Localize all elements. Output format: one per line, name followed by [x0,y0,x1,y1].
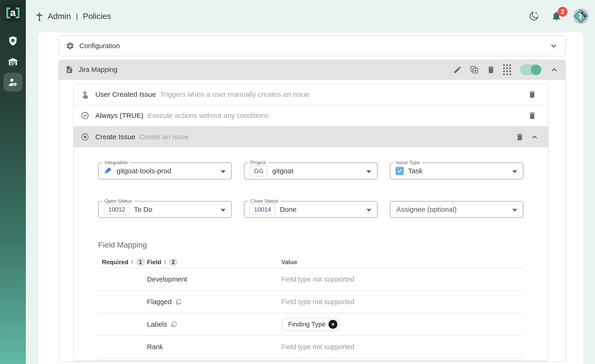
project-label: Project [248,160,268,165]
dark-mode-button[interactable] [529,11,540,21]
field-mapping-title: Field Mapping [98,241,548,250]
collapse-action-icon[interactable] [530,133,539,141]
logo-letter: a [10,8,15,18]
action-title: Create Issue [95,133,135,141]
required-sort-badge: 1 [136,258,145,266]
integration-select[interactable]: Integration gitgoat-tools-prod [98,163,232,179]
project-value: gitgoat [272,167,293,175]
header-required[interactable]: Required ↑ 1 [102,258,147,266]
field-name: Rank [147,343,163,351]
delete-action-icon[interactable] [515,133,524,141]
jira-icon [104,167,112,175]
warehouse-icon [7,56,18,67]
remove-label-button[interactable] [328,320,337,329]
sort-arrow-icon: ↑ [163,258,167,266]
field-mapping-header-row: Required ↑ 1 Field ↑ 2 Value [98,257,523,268]
drag-grid-icon[interactable] [503,64,511,75]
touch-icon [81,90,89,99]
sidebar-item-admin-active[interactable] [4,73,22,92]
field-name: Flagged [147,298,172,306]
notification-badge: 2 [558,7,567,17]
toggle-knob [531,65,541,75]
assignee-select[interactable]: Assignee (optional) [390,201,523,218]
top-right-actions: 2 [529,8,589,24]
copy-icon[interactable] [175,298,182,305]
gear-icon [66,42,74,50]
duplicate-icon[interactable] [470,65,479,74]
jira-mapping-body: User Created Issue Triggers when a user … [58,80,566,362]
radio-checked-icon [81,133,89,141]
assignee-placeholder: Assignee (optional) [396,206,457,214]
delete-condition-icon[interactable] [528,111,537,120]
app-logo[interactable]: a [4,4,21,21]
dropdown-caret-icon [220,209,226,212]
dropdown-caret-icon [366,209,371,212]
delete-trigger-icon[interactable] [528,90,537,99]
field-sort-badge: 2 [169,258,178,266]
table-row-flagged: Flagged Field type not supported [98,290,523,313]
label-chip: Finding Type [281,318,340,331]
sidebar-item-home[interactable] [4,31,22,50]
field-value: Field type not supported [281,275,523,283]
configuration-title: Configuration [79,42,120,50]
open-status-id-badge: 10012 [104,204,130,215]
logo-bracket-left [6,7,10,18]
open-status-select[interactable]: Open Status 10012 To Do [98,201,232,218]
open-status-value: To Do [134,206,152,214]
action-row[interactable]: Create Issue Create an issue [74,126,548,148]
integration-value: gitgoat-tools-prod [116,167,171,175]
create-issue-form: Integration gitgoat-tools-prod Project [98,163,523,218]
chevron-down-icon[interactable] [549,41,558,50]
trigger-description: Triggers when a user manually creates an… [160,90,309,98]
sort-arrow-icon: ↑ [131,258,134,266]
user-gear-icon [7,77,18,88]
condition-title: Always (TRUE) [95,112,143,120]
enabled-toggle[interactable] [520,64,542,75]
label-chip-text: Finding Type [288,321,326,328]
close-status-select[interactable]: Close Status 10014 Done [244,201,378,218]
page-title: Policies [83,12,111,21]
edit-icon[interactable] [453,65,462,74]
field-mapping-table: Required ↑ 1 Field ↑ 2 Value [98,257,523,358]
configuration-card[interactable]: Configuration [58,35,566,56]
issue-type-select[interactable]: Issue Type Task [390,163,523,179]
table-row-development: Development Field type not supported [98,268,523,290]
sidebar-item-organization[interactable] [4,52,22,71]
breadcrumb-section[interactable]: Admin [48,12,71,21]
delete-icon[interactable] [487,65,496,74]
issue-type-label: Issue Type [394,160,422,165]
field-value: Field type not supported [281,343,523,351]
dropdown-caret-icon [512,170,517,173]
user-avatar[interactable] [573,8,589,24]
sidebar: a [0,0,26,364]
logo-bracket-right [16,7,20,18]
condition-row[interactable]: Always (TRUE) Execute actions without an… [74,105,548,126]
content-panel: Configuration Jira Mapping [38,32,583,364]
shield-home-icon [7,36,18,46]
open-status-label: Open Status [102,198,134,204]
notifications-button[interactable]: 2 [551,11,562,21]
route-icon [34,11,45,21]
action-description: Create an issue [139,133,189,141]
goat-logo-icon [573,8,589,24]
chevron-up-icon[interactable] [549,65,559,74]
main-area: Admin | Policies 2 [26,0,595,364]
header-value: Value [281,258,523,266]
project-select[interactable]: Project GG gitgoat [244,163,378,179]
project-key-badge: GG [250,166,268,176]
copy-icon[interactable] [170,321,177,328]
header-field[interactable]: Field ↑ 2 [147,258,281,266]
dropdown-caret-icon [220,170,226,173]
dropdown-caret-icon [366,170,371,173]
table-row-labels: Labels Finding Type [98,313,523,335]
jira-mapping-header[interactable]: Jira Mapping [58,59,566,80]
field-name: Labels [147,321,167,328]
breadcrumb-separator: | [76,12,78,21]
table-row-rank: Rank Field type not supported [98,335,523,358]
integration-label: Integration [102,160,130,165]
top-bar: Admin | Policies 2 [26,0,595,32]
trigger-row[interactable]: User Created Issue Triggers when a user … [74,84,548,105]
check-circle-icon [81,111,89,120]
task-type-icon [395,167,404,175]
dropdown-caret-icon [512,209,517,212]
